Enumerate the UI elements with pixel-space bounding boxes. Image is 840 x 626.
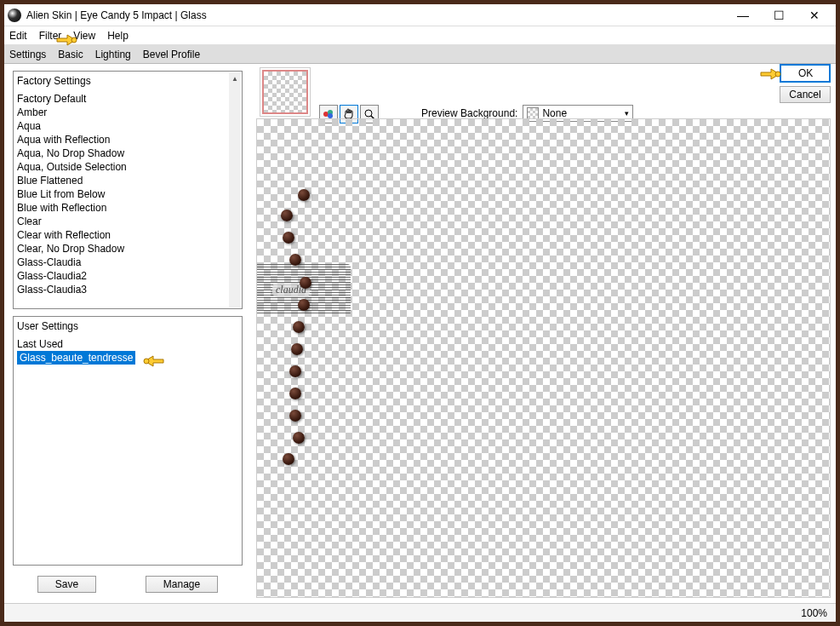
statusbar: 100% xyxy=(4,603,836,622)
menu-view[interactable]: View xyxy=(73,30,95,42)
bead-icon xyxy=(289,254,301,266)
list-item[interactable]: Clear, No Drop Shadow xyxy=(17,242,238,256)
list-item[interactable]: Glass-Claudia xyxy=(17,256,238,269)
tabbar: Settings Basic Lighting Bevel Profile xyxy=(4,45,836,64)
minimize-button[interactable]: — xyxy=(725,6,761,25)
factory-settings-list[interactable]: Factory Settings Factory DefaultAmberAqu… xyxy=(13,71,243,309)
cancel-button[interactable]: Cancel xyxy=(780,86,831,103)
manage-button[interactable]: Manage xyxy=(146,576,218,593)
tab-lighting[interactable]: Lighting xyxy=(95,47,131,62)
bead-icon xyxy=(293,432,305,444)
tab-bevel-profile[interactable]: Bevel Profile xyxy=(143,47,200,62)
window-title: Alien Skin | Eye Candy 5 Impact | Glass xyxy=(26,9,725,21)
left-panel: Factory Settings Factory DefaultAmberAqu… xyxy=(4,64,251,603)
list-item[interactable]: Blue Lit from Below xyxy=(17,187,238,201)
bead-icon xyxy=(293,321,305,333)
bead-icon xyxy=(289,410,301,422)
preview-controls: Preview Background: None ▾ OK Cancel xyxy=(251,64,836,118)
list-item[interactable]: Clear with Reflection xyxy=(17,228,238,242)
preview-canvas[interactable]: claudia xyxy=(256,118,831,598)
chevron-down-icon: ▾ xyxy=(625,109,629,118)
menu-edit[interactable]: Edit xyxy=(9,30,27,42)
tab-basic[interactable]: Basic xyxy=(58,47,83,62)
bead-icon xyxy=(283,232,294,244)
factory-settings-header: Factory Settings xyxy=(17,75,238,87)
user-settings-header: User Settings xyxy=(17,320,238,332)
list-item[interactable]: Glass-Claudia2 xyxy=(17,269,238,283)
titlebar: Alien Skin | Eye Candy 5 Impact | Glass … xyxy=(4,4,836,26)
checker-swatch-icon xyxy=(527,107,539,119)
bead-icon xyxy=(300,277,311,289)
list-item[interactable]: Aqua, No Drop Shadow xyxy=(17,146,238,160)
left-panel-buttons: Save Manage xyxy=(13,572,243,596)
preview-background-label: Preview Background: xyxy=(421,107,517,119)
main-area: Factory Settings Factory DefaultAmberAqu… xyxy=(4,64,836,603)
list-item[interactable]: Amber xyxy=(17,106,238,119)
bead-icon xyxy=(298,299,310,311)
preview-thumbnail[interactable] xyxy=(260,67,311,117)
dialog-buttons: OK Cancel xyxy=(780,64,831,103)
bead-icon xyxy=(283,453,294,465)
list-item[interactable]: Aqua with Reflection xyxy=(17,133,238,146)
zoom-level: 100% xyxy=(801,607,827,619)
bead-icon xyxy=(289,388,301,399)
menu-help[interactable]: Help xyxy=(107,30,129,42)
list-item[interactable]: Last Used xyxy=(17,337,238,351)
close-button[interactable]: ✕ xyxy=(797,6,832,25)
list-item[interactable]: Clear xyxy=(17,215,238,228)
bead-icon xyxy=(281,210,293,221)
menu-filter[interactable]: Filter xyxy=(39,30,62,42)
preview-background-value: None xyxy=(542,107,567,119)
bead-icon xyxy=(298,189,310,201)
window-controls: — ☐ ✕ xyxy=(725,6,832,25)
save-button[interactable]: Save xyxy=(37,576,96,593)
svg-point-5 xyxy=(365,110,372,117)
maximize-button[interactable]: ☐ xyxy=(761,6,797,25)
app-icon xyxy=(8,9,21,22)
right-panel: Preview Background: None ▾ OK Cancel xyxy=(251,64,836,603)
list-item[interactable]: Aqua xyxy=(17,119,238,133)
tab-settings[interactable]: Settings xyxy=(9,47,46,62)
menubar: Edit Filter View Help xyxy=(4,26,836,45)
scrollbar[interactable]: ▲ xyxy=(229,72,241,307)
ok-button[interactable]: OK xyxy=(780,64,831,83)
bead-icon xyxy=(291,343,303,355)
list-item[interactable]: Blue with Reflection xyxy=(17,201,238,215)
list-item[interactable]: Glass_beaute_tendresse xyxy=(17,351,135,365)
list-item[interactable]: Glass-Claudia3 xyxy=(17,283,238,296)
user-settings-list[interactable]: User Settings Last UsedGlass_beaute_tend… xyxy=(13,316,243,566)
list-item[interactable]: Factory Default xyxy=(17,92,238,106)
list-item[interactable]: Aqua, Outside Selection xyxy=(17,160,238,174)
bead-icon xyxy=(289,365,301,377)
scroll-up-icon[interactable]: ▲ xyxy=(229,72,241,84)
thumbnail-checker xyxy=(262,70,308,114)
list-item[interactable]: Blue Flattened xyxy=(17,174,238,187)
